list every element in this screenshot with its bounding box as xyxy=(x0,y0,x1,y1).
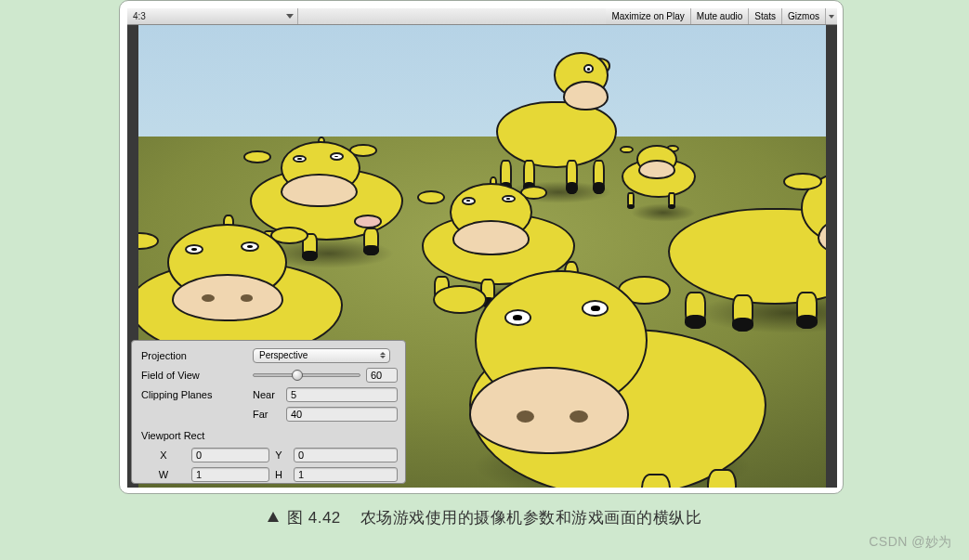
x-label: X xyxy=(141,449,191,461)
aspect-ratio-value: 4:3 xyxy=(133,11,146,21)
h-label: H xyxy=(269,469,294,480)
near-label: Near xyxy=(253,389,286,400)
stats-button[interactable]: Stats xyxy=(749,8,782,24)
gizmos-dropdown[interactable] xyxy=(826,8,837,24)
mute-audio-button[interactable]: Mute audio xyxy=(691,8,749,24)
game-toolbar: 4:3 Maximize on Play Mute audio Stats Gi… xyxy=(127,8,837,25)
maximize-on-play-button[interactable]: Maximize on Play xyxy=(606,8,690,24)
viewport-h-field[interactable]: 1 xyxy=(294,467,398,482)
fov-value-field[interactable]: 60 xyxy=(366,368,398,383)
w-label: W xyxy=(141,469,191,480)
slider-knob-icon[interactable] xyxy=(292,370,303,381)
y-label: Y xyxy=(269,449,294,461)
viewport-rect-label: Viewport Rect xyxy=(141,430,253,441)
near-field[interactable]: 5 xyxy=(286,387,398,402)
projection-dropdown[interactable]: Perspective xyxy=(253,348,390,363)
figure-frame: 4:3 Maximize on Play Mute audio Stats Gi… xyxy=(119,0,844,494)
updown-icon xyxy=(380,352,386,358)
cow-character xyxy=(496,60,617,195)
aspect-ratio-dropdown[interactable]: 4:3 xyxy=(127,8,298,24)
viewport-x-field[interactable]: 0 xyxy=(191,448,269,462)
figure-caption: 图 4.42 农场游戏使用的摄像机参数和游戏画面的横纵比 xyxy=(0,507,969,528)
projection-label: Projection xyxy=(141,350,253,361)
figure-number: 图 4.42 xyxy=(287,509,341,527)
figure-text: 农场游戏使用的摄像机参数和游戏画面的横纵比 xyxy=(360,509,702,527)
chevron-down-icon xyxy=(829,15,834,19)
viewport-w-field[interactable]: 1 xyxy=(191,467,269,482)
far-field[interactable]: 40 xyxy=(286,407,398,422)
viewport-y-field[interactable]: 0 xyxy=(294,448,398,462)
cow-character xyxy=(445,285,742,488)
watermark: CSDN @妙为 xyxy=(869,534,952,551)
projection-value: Perspective xyxy=(259,350,308,360)
clipping-planes-label: Clipping Planes xyxy=(141,389,253,400)
unity-game-window: 4:3 Maximize on Play Mute audio Stats Gi… xyxy=(127,8,837,488)
camera-inspector-panel: Projection Perspective Field of View 60 … xyxy=(131,340,406,484)
gizmos-button[interactable]: Gizmos xyxy=(782,8,826,24)
chevron-down-icon xyxy=(286,14,294,19)
triangle-icon xyxy=(268,512,279,522)
fov-label: Field of View xyxy=(141,370,253,381)
fov-slider[interactable] xyxy=(253,373,360,377)
far-label: Far xyxy=(253,409,286,420)
